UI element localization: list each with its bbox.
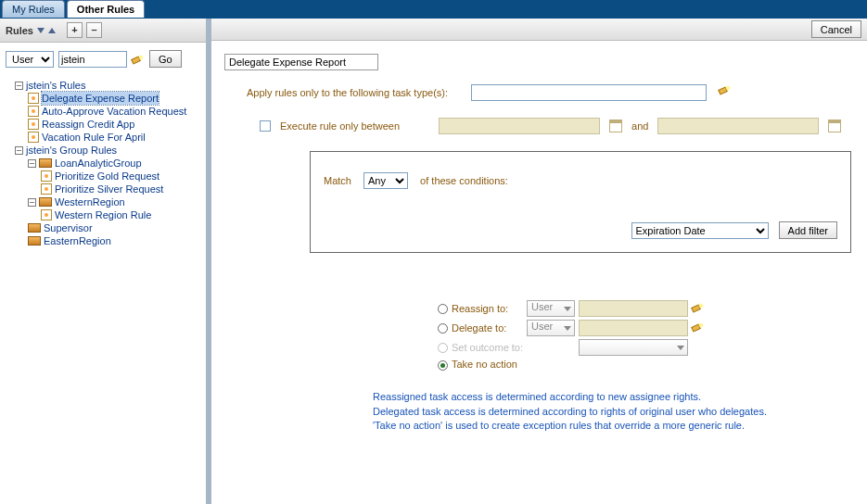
go-button[interactable]: Go	[149, 50, 182, 68]
conditions-box: Match Any of these conditions: Expiratio…	[310, 151, 851, 253]
sort-down-icon[interactable]	[37, 28, 45, 33]
tree-group-western[interactable]: WesternRegion	[55, 195, 125, 208]
tree-rule-reassign-credit[interactable]: Reassign Credit App	[42, 118, 134, 131]
rule-name-input[interactable]	[224, 54, 378, 70]
outcome-radio	[438, 343, 448, 353]
rules-title: Rules	[6, 25, 33, 36]
cancel-button[interactable]: Cancel	[811, 20, 861, 38]
delegate-label: Delegate to:	[452, 322, 506, 334]
tree-rule-vacation-april[interactable]: Vacation Rule For April	[42, 131, 146, 144]
package-icon	[28, 223, 41, 233]
match-label: Match	[324, 175, 351, 186]
remove-rule-button[interactable]: –	[86, 22, 102, 38]
action-row-outcome: Set outcome to:	[438, 339, 705, 356]
rule-icon	[28, 93, 39, 104]
calendar-icon[interactable]	[609, 120, 622, 132]
flashlight-icon[interactable]	[692, 301, 705, 314]
help-text: Reassigned task access is determined acc…	[373, 390, 858, 435]
rules-tree: –jstein's Rules Delegate Expense Report …	[0, 75, 206, 504]
action-row-reassign: Reassign to: User	[438, 300, 705, 317]
rules-header: Rules + –	[0, 19, 206, 43]
filter-field-select[interactable]: Expiration Date	[631, 222, 769, 239]
rule-icon	[28, 132, 39, 143]
delegate-radio[interactable]	[438, 323, 448, 334]
no-action-radio[interactable]	[438, 360, 448, 371]
package-icon	[39, 158, 52, 168]
reassign-type-select[interactable]: User	[527, 300, 575, 317]
calendar-icon[interactable]	[828, 120, 841, 132]
scope-select[interactable]: User	[6, 51, 54, 68]
collapse-icon[interactable]: –	[28, 198, 36, 207]
package-icon	[28, 236, 41, 246]
add-filter-button[interactable]: Add filter	[779, 221, 837, 239]
flashlight-icon[interactable]	[719, 83, 732, 96]
tree-rule-silver[interactable]: Prioritize Silver Request	[55, 183, 163, 195]
help-line-3: 'Take no action' is used to create excep…	[373, 419, 858, 434]
no-action-label: Take no action	[452, 359, 517, 370]
flashlight-icon[interactable]	[692, 321, 705, 334]
tree-group-group-rules[interactable]: jstein's Group Rules	[26, 144, 117, 157]
execute-between-label: Execute rule only between	[280, 120, 400, 132]
help-line-2: Delegated task access is determined acco…	[373, 405, 858, 420]
task-types-input[interactable]	[471, 84, 707, 101]
collapse-icon[interactable]: –	[15, 82, 23, 90]
collapse-icon[interactable]: –	[15, 146, 23, 155]
rule-icon	[41, 209, 52, 220]
tree-group-supervisor[interactable]: Supervisor	[44, 221, 93, 234]
flashlight-icon[interactable]	[132, 53, 145, 66]
tree-group-loananalytic[interactable]: LoanAnalyticGroup	[55, 157, 142, 170]
execute-between-checkbox[interactable]	[260, 120, 271, 132]
tab-bar: My Rules Other Rules	[0, 0, 867, 19]
sort-up-icon[interactable]	[48, 28, 56, 33]
reassign-radio[interactable]	[438, 304, 448, 314]
tree-group-eastern[interactable]: EasternRegion	[44, 234, 111, 247]
match-tail-label: of these conditions:	[420, 175, 508, 186]
tab-other-rules[interactable]: Other Rules	[67, 0, 145, 18]
tab-my-rules[interactable]: My Rules	[2, 0, 65, 18]
outcome-select	[579, 339, 688, 356]
action-row-none: Take no action	[438, 359, 705, 371]
and-label: and	[631, 120, 648, 132]
scope-user-input[interactable]	[58, 51, 127, 68]
help-line-1: Reassigned task access is determined acc…	[373, 390, 858, 405]
rule-icon	[41, 183, 52, 195]
delegate-user-input[interactable]	[579, 320, 688, 336]
tree-rule-delegate-expense[interactable]: Delegate Expense Report	[42, 92, 159, 105]
reassign-user-input[interactable]	[579, 300, 688, 317]
add-rule-button[interactable]: +	[67, 22, 83, 38]
collapse-icon[interactable]: –	[28, 159, 36, 168]
rule-icon	[28, 106, 39, 117]
tree-group-user-rules[interactable]: jstein's Rules	[26, 79, 85, 92]
tree-rule-western[interactable]: Western Region Rule	[55, 208, 151, 221]
reassign-label: Reassign to:	[452, 303, 508, 314]
delegate-type-select[interactable]: User	[527, 320, 575, 336]
tree-rule-auto-approve[interactable]: Auto-Approve Vacation Request	[42, 105, 186, 118]
outcome-label: Set outcome to:	[452, 342, 523, 353]
right-toolbar: Cancel	[211, 19, 867, 41]
end-date-input[interactable]	[657, 118, 819, 134]
apply-label: Apply rules only to the following task t…	[247, 87, 448, 98]
match-mode-select[interactable]: Any	[363, 172, 408, 189]
package-icon	[39, 197, 52, 207]
rule-icon	[28, 119, 39, 130]
action-row-delegate: Delegate to: User	[438, 320, 705, 336]
tree-rule-gold[interactable]: Prioritize Gold Request	[55, 170, 159, 183]
start-date-input[interactable]	[439, 118, 600, 134]
rule-icon	[41, 170, 52, 182]
scope-search-row: User Go	[0, 43, 206, 75]
